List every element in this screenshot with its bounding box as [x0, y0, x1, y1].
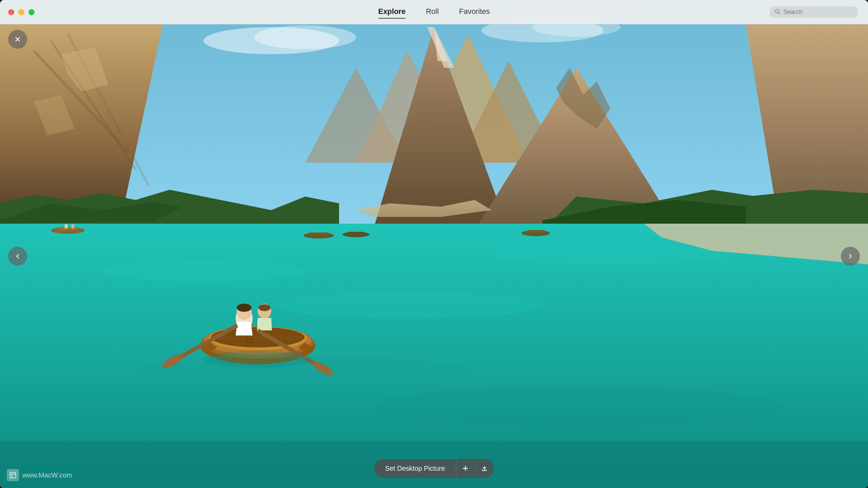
- window-maximize-button[interactable]: [28, 9, 35, 15]
- watermark: www.MacW.com: [7, 469, 72, 481]
- titlebar: Explore Roll Favorites: [0, 0, 868, 24]
- search-input[interactable]: [783, 8, 853, 16]
- app-window: 11: [0, 0, 868, 488]
- svg-marker-60: [257, 318, 272, 330]
- share-button[interactable]: [475, 459, 494, 478]
- svg-rect-37: [58, 227, 78, 230]
- svg-point-32: [492, 244, 729, 264]
- svg-rect-45: [527, 230, 545, 233]
- search-bar[interactable]: [770, 6, 858, 18]
- tab-explore[interactable]: Explore: [378, 7, 406, 17]
- svg-marker-57: [236, 322, 253, 336]
- add-to-favorites-button[interactable]: [456, 459, 475, 478]
- image-view: 11: [0, 0, 868, 488]
- search-icon: [774, 8, 781, 16]
- watermark-text: www.MacW.com: [22, 471, 72, 479]
- svg-point-31: [271, 291, 542, 319]
- tab-roll[interactable]: Roll: [426, 7, 439, 17]
- prev-button[interactable]: [8, 247, 27, 266]
- svg-point-59: [237, 304, 252, 312]
- close-view-button[interactable]: [8, 30, 27, 49]
- svg-point-38: [64, 224, 68, 229]
- tab-favorites[interactable]: Favorites: [459, 7, 490, 17]
- svg-point-34: [373, 386, 780, 427]
- svg-line-72: [778, 13, 780, 14]
- set-desktop-button[interactable]: Set Desktop Picture: [374, 459, 456, 478]
- nav-tabs: Explore Roll Favorites: [378, 7, 490, 17]
- bottom-bar: Set Desktop Picture: [374, 459, 494, 478]
- watermark-icon: [7, 469, 19, 481]
- window-minimize-button[interactable]: [18, 9, 24, 15]
- next-button[interactable]: [841, 247, 860, 266]
- svg-rect-78: [10, 472, 16, 478]
- window-close-button[interactable]: [8, 9, 14, 15]
- svg-text:11: 11: [246, 337, 253, 344]
- svg-rect-41: [309, 232, 329, 235]
- window-controls: [0, 9, 35, 15]
- svg-point-30: [102, 261, 305, 281]
- svg-point-2: [254, 25, 356, 49]
- svg-point-67: [203, 351, 312, 368]
- svg-point-62: [258, 304, 271, 311]
- svg-point-39: [71, 224, 75, 229]
- svg-rect-43: [348, 232, 364, 234]
